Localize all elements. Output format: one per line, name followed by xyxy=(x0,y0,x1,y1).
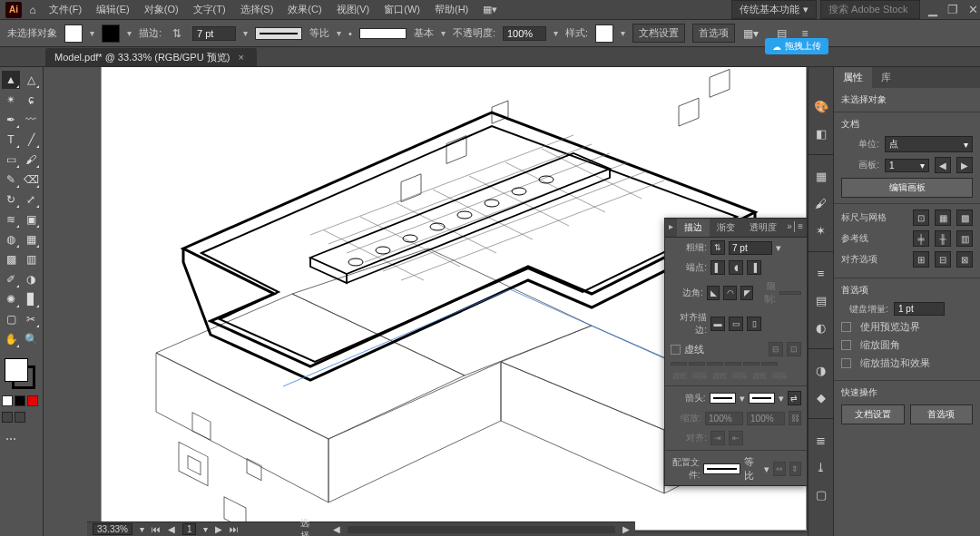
symbol-sprayer-tool[interactable]: ✺ xyxy=(2,290,20,308)
flip-across-icon[interactable]: ⇕ xyxy=(789,462,801,476)
menu-window[interactable]: 窗口(W) xyxy=(378,1,426,18)
color-mode-color[interactable] xyxy=(2,395,13,406)
shape-builder-tool[interactable]: ◍ xyxy=(2,230,20,249)
artboards-panel-icon[interactable]: ▢ xyxy=(813,486,829,502)
fill-swatch[interactable] xyxy=(64,24,83,43)
line-segment-tool[interactable]: ╱ xyxy=(22,131,40,149)
artboard-nav-next-icon[interactable]: ▶ xyxy=(215,524,222,534)
mesh-tool[interactable]: ▩ xyxy=(2,250,20,268)
menu-extra[interactable]: ▦▾ xyxy=(477,2,503,17)
stroke-panel-icon[interactable]: ≡ xyxy=(813,265,829,281)
snap-grid-icon[interactable]: ⊠ xyxy=(956,251,973,268)
width-tool[interactable]: ≋ xyxy=(2,210,20,229)
stroke-swatch[interactable] xyxy=(102,24,120,43)
color-mode-none[interactable] xyxy=(27,395,38,406)
smart-guides-icon[interactable]: ▥ xyxy=(956,230,973,247)
pen-tool[interactable]: ✒ xyxy=(2,111,20,129)
arrow-align-tip-icon[interactable]: ⇥ xyxy=(710,431,725,445)
arrow-end-swatch[interactable] xyxy=(749,393,775,404)
dash-align-icon[interactable]: ⊡ xyxy=(787,342,801,356)
link-scale-icon[interactable]: ⛓ xyxy=(789,411,801,425)
brushes-panel-icon[interactable]: 🖌 xyxy=(813,195,829,211)
next-artboard-icon[interactable]: ▶ xyxy=(956,157,973,173)
snap-pixel-icon[interactable]: ⊞ xyxy=(913,251,929,268)
menu-type[interactable]: 文字(T) xyxy=(188,1,231,18)
color-mode-gradient[interactable] xyxy=(15,395,25,406)
quick-preferences-button[interactable]: 首选项 xyxy=(910,404,974,424)
preferences-button[interactable]: 首选项 xyxy=(692,24,735,43)
scroll-left-icon[interactable]: ◀ xyxy=(333,524,340,534)
arrow-start-swatch[interactable] xyxy=(710,393,736,404)
h-scrollbar[interactable] xyxy=(348,526,615,533)
weight-stepper[interactable]: ⇅ xyxy=(710,240,725,255)
paintbrush-tool[interactable]: 🖌 xyxy=(22,151,40,169)
properties-tab[interactable]: 属性 xyxy=(834,67,872,88)
type-tool[interactable]: T xyxy=(2,131,20,149)
menu-help[interactable]: 帮助(H) xyxy=(429,1,474,18)
close-tab-icon[interactable]: × xyxy=(238,52,243,63)
swap-arrows-icon[interactable]: ⇄ xyxy=(788,391,801,405)
gradient-tab[interactable]: 渐变 xyxy=(710,219,742,237)
edit-artboards-button[interactable]: 编辑画板 xyxy=(841,178,973,198)
libraries-tab[interactable]: 库 xyxy=(872,67,900,88)
rotate-tool[interactable]: ↻ xyxy=(2,190,20,209)
menu-select[interactable]: 选择(S) xyxy=(235,1,279,18)
artboard-index[interactable]: 1 xyxy=(182,523,197,535)
zoom-field[interactable]: 33.33% xyxy=(93,523,132,535)
cap-round-icon[interactable]: ◖ xyxy=(729,260,743,275)
graphic-style-swatch[interactable] xyxy=(595,24,613,43)
rectangle-tool[interactable]: ▭ xyxy=(2,151,20,169)
menu-file[interactable]: 文件(F) xyxy=(44,1,87,18)
corner-miter-icon[interactable]: ◣ xyxy=(707,286,720,300)
brush-swatch[interactable] xyxy=(359,28,407,39)
flip-along-icon[interactable]: ⇔ xyxy=(773,462,785,476)
menu-view[interactable]: 视图(V) xyxy=(331,1,376,18)
align-stroke-center-icon[interactable]: ▬ xyxy=(710,317,725,331)
direct-selection-tool[interactable]: △ xyxy=(22,71,40,89)
cap-projecting-icon[interactable]: ▐ xyxy=(747,260,761,275)
dash-2[interactable] xyxy=(707,362,723,365)
limit-input[interactable] xyxy=(779,291,801,295)
menu-edit[interactable]: 编辑(E) xyxy=(91,1,135,18)
cap-butt-icon[interactable]: ▌ xyxy=(710,260,725,275)
weight-input[interactable]: 7 pt xyxy=(729,241,772,255)
shaper-tool[interactable]: ✎ xyxy=(2,171,20,189)
stroke-weight-stepper[interactable]: ⇅ xyxy=(169,25,185,42)
scroll-right-icon[interactable]: ▶ xyxy=(622,524,630,534)
weight-dropdown-icon[interactable]: ▾ xyxy=(776,242,781,254)
corner-bevel-icon[interactable]: ◤ xyxy=(740,286,754,300)
edit-toolbar-icon[interactable]: ⋯ xyxy=(2,430,20,448)
color-panel-icon[interactable]: 🎨 xyxy=(813,98,829,114)
transparency-panel-icon[interactable]: ◐ xyxy=(813,319,829,336)
lock-guides-icon[interactable]: ╫ xyxy=(935,230,951,247)
scale-strokes-checkbox[interactable] xyxy=(841,358,851,368)
ruler-icon[interactable]: ⊡ xyxy=(913,210,929,226)
menu-object[interactable]: 对象(O) xyxy=(139,1,184,18)
snap-point-icon[interactable]: ⊟ xyxy=(935,251,951,268)
workspace-switcher[interactable]: 传统基本功能▾ xyxy=(731,0,817,19)
dashed-checkbox[interactable] xyxy=(671,345,681,355)
curvature-tool[interactable]: 〰 xyxy=(22,111,40,129)
slice-tool[interactable]: ✂ xyxy=(22,310,40,328)
stroke-profile-swatch[interactable] xyxy=(255,27,302,40)
align-artboard-icon[interactable]: ▦▾ xyxy=(742,25,759,42)
show-guides-icon[interactable]: ╪ xyxy=(913,230,929,247)
scale-corners-checkbox[interactable] xyxy=(841,340,851,350)
align-stroke-outside-icon[interactable]: ▯ xyxy=(747,317,761,331)
artboard-nav-first-icon[interactable]: ⏮ xyxy=(152,524,161,534)
graphic-styles-icon[interactable]: ◆ xyxy=(813,389,829,405)
stroke-tab[interactable]: 描边 xyxy=(677,219,710,237)
scale-tool[interactable]: ⤢ xyxy=(22,190,40,209)
search-stock-input[interactable]: 搜索 Adobe Stock xyxy=(820,0,920,19)
key-increment-input[interactable]: 1 pt xyxy=(894,302,945,316)
panel-collapse-icon[interactable]: ▸ xyxy=(665,219,677,237)
gradient-tool[interactable]: ▥ xyxy=(22,250,40,268)
zoom-tool[interactable]: 🔍 xyxy=(22,330,40,348)
quick-doc-settings-button[interactable]: 文档设置 xyxy=(841,404,905,424)
stroke-weight-input[interactable]: 7 pt xyxy=(192,26,236,41)
gap-3[interactable] xyxy=(761,362,778,365)
artboard-nav-last-icon[interactable]: ⏭ xyxy=(230,524,239,534)
arrow-scale-end[interactable]: 100% xyxy=(747,412,785,425)
window-close-icon[interactable]: ✕ xyxy=(965,3,980,17)
home-icon[interactable]: ⌂ xyxy=(25,3,40,17)
